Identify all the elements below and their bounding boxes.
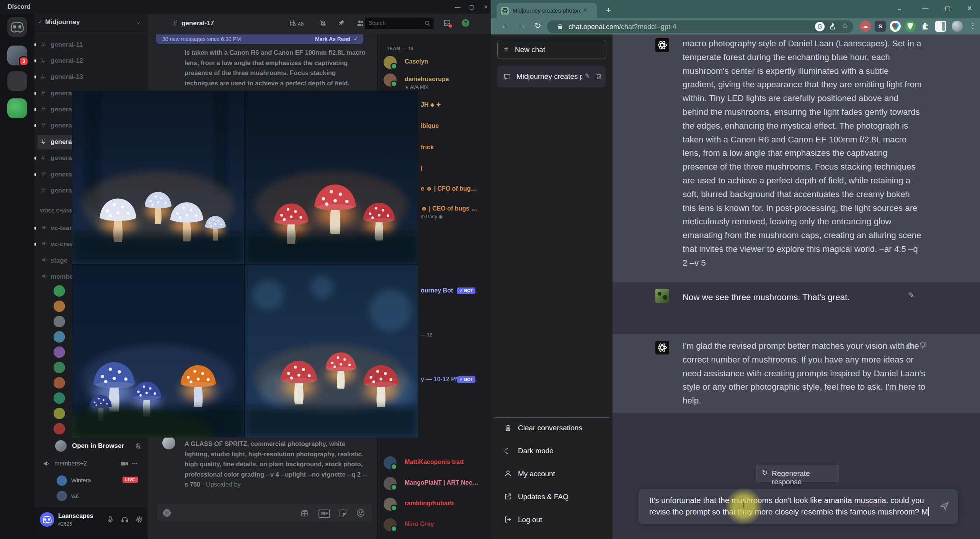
extension-s-icon[interactable]: S xyxy=(875,21,886,32)
edit-pencil-icon[interactable]: ✎ xyxy=(585,72,590,80)
voice-user-row[interactable]: Wintera LIVE xyxy=(34,475,148,488)
maximize-icon[interactable]: ▢ xyxy=(467,3,477,11)
unread-pill xyxy=(34,157,36,160)
member-row[interactable]: ramblingrhubarb xyxy=(377,498,492,514)
sidebar-channel-item[interactable]: # general-13 xyxy=(38,70,145,84)
extension-shield-icon[interactable] xyxy=(905,21,916,32)
mushroom-image-top-left[interactable] xyxy=(72,91,245,264)
member-row[interactable]: Nino Grey xyxy=(377,518,492,535)
kebab-menu-icon[interactable]: ⋮ xyxy=(969,21,977,30)
dark-mode-item[interactable]: ☾ Dark mode xyxy=(494,441,609,461)
share-icon[interactable] xyxy=(829,23,837,30)
attach-plus-icon[interactable] xyxy=(162,508,172,518)
member-row[interactable]: MattiKacoponis tratt xyxy=(377,456,492,473)
pin-icon[interactable] xyxy=(338,19,345,27)
unread-pill xyxy=(34,108,36,111)
voice-user-avatar[interactable] xyxy=(54,316,65,327)
camera-icon[interactable] xyxy=(121,461,128,466)
voice-user-avatar[interactable] xyxy=(54,331,65,343)
sidebar-divider xyxy=(494,417,609,418)
member-row[interactable]: danielrusorups ★ AVA MIX xyxy=(377,74,492,90)
voice-user-row[interactable]: val xyxy=(34,490,148,504)
my-account-item[interactable]: My account xyxy=(494,464,609,484)
mushroom-image-bottom-right[interactable] xyxy=(245,265,418,438)
member-row[interactable]: MangoPlaNT | ART Nee… xyxy=(377,477,492,494)
members-icon[interactable] xyxy=(356,19,364,27)
new-tab-icon[interactable]: + xyxy=(606,5,611,15)
gif-icon[interactable]: GIF xyxy=(318,510,330,518)
chatgpt-message-input[interactable]: It's unfortunate that the mushrooms don'… xyxy=(639,489,958,524)
discord-message-input[interactable]: GIF xyxy=(157,504,372,522)
mark-as-read-button[interactable]: Mark As Read xyxy=(315,36,350,42)
voice-user-avatar[interactable] xyxy=(54,377,65,389)
trash-icon[interactable] xyxy=(595,73,602,80)
regenerate-response-button[interactable]: ↻ Regenerate response xyxy=(756,465,839,482)
threads-icon[interactable] xyxy=(289,19,296,27)
log-out-item[interactable]: Log out xyxy=(494,510,609,530)
mushroom-image-top-right[interactable] xyxy=(245,91,418,264)
address-bar[interactable]: chat.openai.com/chat?model=gpt-4 G ☆ xyxy=(547,20,853,33)
notifications-off-icon[interactable] xyxy=(319,19,327,27)
sidebar-channel-item[interactable]: # general-11 xyxy=(38,38,145,52)
member-row[interactable]: Caselyn xyxy=(377,56,492,73)
extension-cloud-icon[interactable]: ☁ xyxy=(860,21,871,32)
voice-user-avatar[interactable] xyxy=(54,285,65,297)
gear-icon[interactable] xyxy=(136,516,143,523)
maximize-icon[interactable]: ▢ xyxy=(945,5,951,12)
online-status-dot xyxy=(390,505,397,511)
voice-user-avatar[interactable] xyxy=(54,408,65,419)
google-g-icon[interactable]: G xyxy=(815,22,825,31)
extension-rgb-icon[interactable] xyxy=(890,21,901,32)
open-in-browser-label[interactable]: Open in Browser xyxy=(72,442,124,450)
voice-channel-members-label[interactable]: members+2 xyxy=(54,460,87,467)
more-icon[interactable] xyxy=(132,461,138,466)
voice-user-avatar[interactable] xyxy=(54,392,65,404)
new-chat-button[interactable]: + New chat xyxy=(497,40,606,59)
edit-message-icon[interactable]: ✎ xyxy=(908,291,915,300)
browser-menu-chevron-icon[interactable]: ⌄ xyxy=(897,5,902,12)
voice-user-avatar[interactable] xyxy=(54,362,65,373)
search-input[interactable]: Search xyxy=(365,18,434,29)
conversation-title: Midjourney creates pho xyxy=(516,72,582,81)
new-messages-banner[interactable]: 30 new messages since 6:30 PM Mark As Re… xyxy=(156,34,363,44)
voice-user-avatar[interactable] xyxy=(54,301,65,312)
midjourney-image-preview[interactable] xyxy=(72,91,418,438)
discord-home-button[interactable] xyxy=(7,17,27,37)
server-icon-unread[interactable]: 3 xyxy=(7,46,27,65)
sticker-icon[interactable] xyxy=(338,508,348,518)
send-icon[interactable] xyxy=(939,501,949,511)
thumbs-up-icon[interactable] xyxy=(905,341,913,350)
forward-icon[interactable]: → xyxy=(518,21,526,30)
mushroom-image-bottom-left[interactable] xyxy=(72,265,245,438)
side-panel-icon[interactable] xyxy=(935,21,946,32)
voice-user-avatar[interactable] xyxy=(54,423,65,434)
server-icon-2[interactable] xyxy=(7,71,27,91)
close-icon[interactable]: ✕ xyxy=(967,5,972,12)
clear-conversations-item[interactable]: Clear conversations xyxy=(494,418,609,438)
profile-avatar[interactable] xyxy=(952,21,963,32)
bookmark-star-icon[interactable]: ☆ xyxy=(842,21,848,30)
tab-close-icon[interactable]: ✕ xyxy=(583,7,588,13)
sidebar-channel-item[interactable]: # general-12 xyxy=(38,54,145,68)
user-avatar[interactable] xyxy=(40,512,54,527)
thumbs-down-icon[interactable] xyxy=(919,341,927,350)
back-icon[interactable]: ← xyxy=(501,21,510,30)
server-icon-green[interactable] xyxy=(7,98,27,118)
conversation-item[interactable]: Midjourney creates pho ✎ xyxy=(497,66,606,87)
mic-icon[interactable] xyxy=(106,516,114,523)
reload-icon[interactable]: ↻ xyxy=(534,21,541,30)
extensions-puzzle-icon[interactable] xyxy=(920,21,931,32)
minimize-icon[interactable]: — xyxy=(452,3,462,11)
help-icon[interactable]: ? xyxy=(462,19,469,27)
voice-user-avatar[interactable] xyxy=(54,346,65,358)
headphones-icon[interactable] xyxy=(121,516,129,523)
inbox-icon[interactable] xyxy=(443,19,451,27)
browser-tab[interactable]: Midjourney creates photorealisti ✕ xyxy=(497,3,597,18)
updates-faq-item[interactable]: Updates & FAQ xyxy=(494,487,609,507)
gift-icon[interactable] xyxy=(300,508,309,518)
close-icon[interactable]: ✕ xyxy=(481,3,491,11)
minimize-icon[interactable]: — xyxy=(922,5,928,11)
emoji-icon[interactable] xyxy=(356,508,365,518)
url-host: chat.openai.com xyxy=(568,23,619,31)
server-header[interactable]: ✓ Midjourney ⌄ xyxy=(34,14,148,32)
